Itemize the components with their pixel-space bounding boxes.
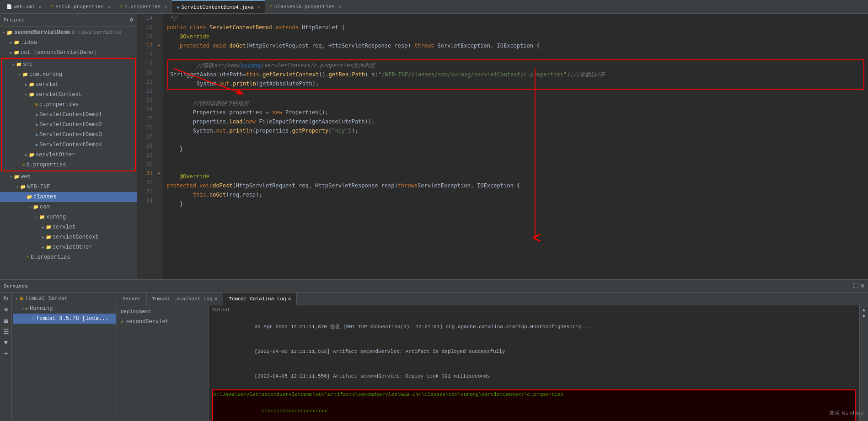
sidebar-item-demo4[interactable]: ▶ ◆ ServletContextDemo4	[2, 140, 134, 150]
check-icon: ✔	[121, 318, 124, 325]
folder-icon: 📁	[39, 214, 45, 220]
tab-tomcat-localhost[interactable]: Tomcat Localhost Log ✕	[147, 293, 224, 305]
code-line-34: }	[166, 199, 864, 208]
close-icon[interactable]: ✕	[214, 296, 218, 302]
sidebar-item-demo1[interactable]: ▶ ◆ ServletContextDemo1	[2, 110, 134, 120]
tree-label: servletContext	[36, 91, 82, 98]
services-title: Services	[4, 283, 28, 289]
sidebar-item-servletcontext[interactable]: ▾ 📁 servletContext	[2, 90, 134, 100]
line-num-28: 28	[137, 142, 162, 151]
tomcat-instance-item[interactable]: ▶ ⚙ Tomcat 8.5.78 [loca...	[13, 314, 116, 324]
code-line-27	[166, 135, 864, 144]
tab-label: classes\b.properties	[274, 4, 335, 10]
collapse-icon: ▾	[11, 62, 16, 67]
scroll-down-button[interactable]: ▼	[861, 313, 867, 319]
tab-classes-b-properties[interactable]: ≡ classes\b.properties ✕	[265, 0, 346, 14]
group-button[interactable]: ☰	[1, 326, 11, 336]
output-area[interactable]: Output 05 Apr 2022 12:21:11,870 信息 [RMI …	[209, 305, 859, 421]
expand-icon: ▶	[8, 50, 14, 55]
expand-icon[interactable]: ⛶	[853, 282, 858, 289]
tab-bar: 📄 web.xml ✕ ≡ src\b.properties ✕ ≡ c.pro…	[0, 0, 868, 14]
output-label: Output	[212, 307, 856, 313]
folder-icon: 📁	[22, 72, 28, 77]
sidebar-item-demo3[interactable]: ▶ ◆ ServletContextDemo3	[2, 130, 134, 140]
xml-icon: 📄	[6, 4, 12, 10]
activate-text: 激活 Windows	[829, 410, 863, 416]
sidebar-item-servlet2[interactable]: ▶ 📁 servlet	[0, 222, 137, 232]
code-line-25: properties.load(new FileInputStream(getA…	[166, 117, 864, 126]
refresh-button[interactable]: ↻	[1, 293, 11, 304]
line-num-32: 32	[137, 178, 162, 187]
tree-root[interactable]: ▾ 📁 secondServletDemo D:\Java\Servlet\se	[0, 27, 137, 37]
tab-web-xml[interactable]: 📄 web.xml ✕	[2, 0, 46, 14]
java-icon: ◆	[35, 132, 38, 138]
tab-label: web.xml	[14, 4, 35, 10]
gear-icon[interactable]: ⚙	[861, 282, 864, 289]
gear-icon[interactable]: ⚙	[130, 16, 133, 23]
tab-label: src\b.properties	[55, 4, 104, 10]
sidebar-item-web-inf[interactable]: ▾ 📁 WEB-INF	[0, 182, 137, 192]
tab-tomcat-catalina[interactable]: Tomcat Catalina Log ✕	[223, 293, 297, 305]
output-path-line: D:\Java\Servlet\secondServletDemo\out\ar…	[213, 390, 855, 399]
sidebar-item-servletcontext2[interactable]: ▶ 📁 servletContext	[0, 232, 137, 242]
tree-label: Tomcat Server	[25, 295, 68, 302]
filter-button[interactable]: ▼	[1, 337, 11, 347]
running-item[interactable]: ▾ ▶ Running	[13, 304, 116, 314]
services-left-toolbar: ↻ ≡ ≣ ☰ ▼ +	[0, 293, 12, 421]
sidebar-item-servletother2[interactable]: ▶ 📁 servletOther	[0, 242, 137, 252]
output-line-2: [2022-04-05 12:21:11,555] Artifact secon…	[212, 339, 856, 364]
tree-label: src	[23, 61, 33, 68]
tree-label: out [secondServletDemo]	[21, 49, 96, 56]
sidebar-item-web[interactable]: ▾ 📁 web	[0, 172, 137, 182]
tab-label: Tomcat Localhost Log	[152, 296, 213, 302]
sidebar-item-c-properties[interactable]: ▶ ≡ c.properties	[2, 100, 134, 110]
tab-server[interactable]: Server	[117, 293, 147, 305]
services-header-icons: ⛶ ⚙	[853, 282, 864, 289]
close-icon[interactable]: ✕	[257, 5, 260, 10]
close-icon[interactable]: ✕	[164, 4, 167, 10]
sidebar-item-servlet[interactable]: ▶ 📁 servlet	[2, 80, 134, 90]
sidebar-item-src[interactable]: ▾ 📁 src	[2, 59, 134, 69]
tree-label: Tomcat 8.5.78 [loca...	[36, 315, 108, 322]
sidebar-item-classes[interactable]: ▾ 📁 classes	[0, 192, 137, 202]
collapse-all-button[interactable]: ≣	[1, 315, 11, 325]
line-num-15: 15	[137, 23, 162, 32]
sidebar-item-idea[interactable]: ▶ 📁 .idea	[0, 37, 137, 48]
sidebar-item-com-xurong[interactable]: ▾ 📁 com.xurong	[2, 69, 134, 80]
services-tabs: Server Tomcat Localhost Log ✕ Tomcat Cat…	[117, 293, 868, 305]
code-line-33: this.doGet(req,resp);	[166, 190, 864, 199]
code-line-24: Properties properties = new Properties()…	[166, 108, 864, 117]
line-numbers-gutter: 14 15 16 17● 18 19 20 21 22 23 24 25 26 …	[137, 14, 163, 279]
close-icon[interactable]: ✕	[38, 4, 41, 10]
close-icon[interactable]: ✕	[288, 296, 291, 302]
collapse-icon: ▾	[27, 205, 33, 210]
code-line-22	[166, 90, 864, 99]
close-icon[interactable]: ✕	[338, 4, 341, 10]
tomcat-server-item[interactable]: ▾ 🖥 Tomcat Server	[13, 293, 116, 304]
sidebar-item-demo2[interactable]: ▶ ◆ ServletContextDemo2	[2, 120, 134, 130]
project-tree: ▾ 📁 secondServletDemo D:\Java\Servlet\se…	[0, 27, 137, 279]
sidebar-item-out[interactable]: ▶ 📁 out [secondServletDemo]	[0, 48, 137, 58]
sidebar-item-servletother[interactable]: ▶ 📁 servletOther	[2, 150, 134, 160]
collapse-icon: ▾	[23, 92, 29, 97]
collapse-icon: ▾	[15, 185, 20, 190]
close-icon[interactable]: ✕	[107, 4, 110, 10]
tab-servlet-context-demo4[interactable]: ◆ ServletContextDemo4.java ✕	[172, 0, 265, 14]
add-button[interactable]: +	[1, 348, 11, 358]
tree-label: WEB-INF	[27, 184, 50, 190]
line-num-34: 34	[137, 197, 162, 206]
tab-src-b-properties[interactable]: ≡ src\b.properties ✕	[46, 0, 115, 14]
scroll-up-button[interactable]: ▲	[861, 306, 867, 313]
run-icon: ▶	[26, 306, 28, 311]
sidebar-item-b-properties[interactable]: ▶ ≡ b.properties	[2, 160, 134, 170]
sidebar-item-b-properties2[interactable]: ▶ ≡ b.properties	[0, 252, 137, 262]
expand-all-button[interactable]: ≡	[1, 304, 11, 314]
sidebar-item-com[interactable]: ▾ 📁 com	[0, 202, 137, 212]
deployment-area: Deployment ✔ secondServlet	[117, 305, 209, 421]
code-content[interactable]: 14 15 16 17● 18 19 20 21 22 23 24 25 26 …	[137, 14, 868, 279]
sidebar-item-xurong2[interactable]: ▾ 📁 xurong	[0, 212, 137, 222]
code-editor[interactable]: */ public class ServletContextDemo4 exte…	[163, 14, 868, 279]
services-header: Services ⛶ ⚙	[0, 280, 868, 293]
folder-icon: 📁	[29, 82, 34, 87]
tab-c-properties[interactable]: ≡ c.properties ✕	[115, 0, 172, 14]
